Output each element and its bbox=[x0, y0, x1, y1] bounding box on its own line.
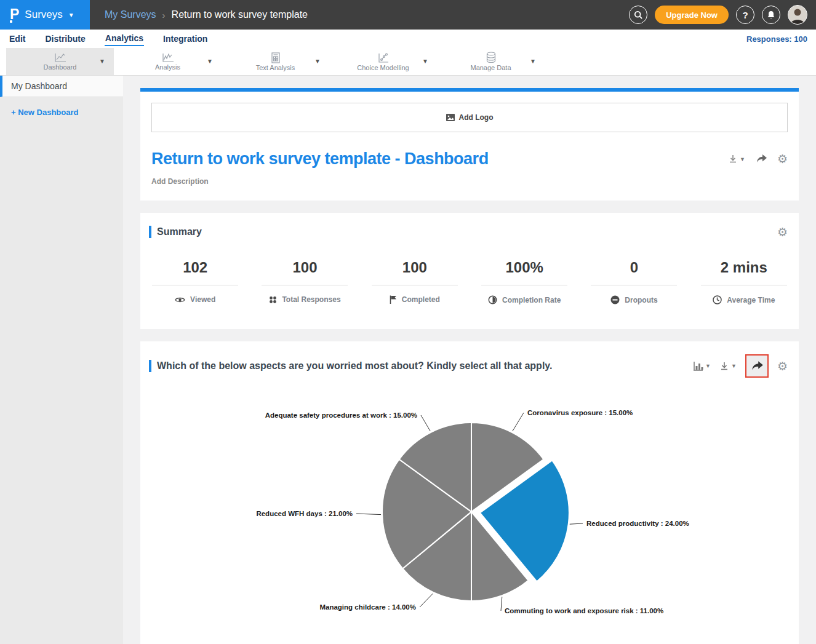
stat-average-time: 2 mins Average Time bbox=[689, 259, 799, 304]
pie-slice-label: Reduced productivity : 24.00% bbox=[586, 520, 689, 527]
breadcrumb-my-surveys[interactable]: My Surveys bbox=[105, 9, 156, 20]
toolbar-item-text-analysis[interactable]: Text Analysis ▼ bbox=[222, 48, 329, 75]
avatar-photo-icon bbox=[788, 6, 807, 24]
caret-down-icon: ▼ bbox=[731, 363, 737, 369]
pie-slice-label: Managing childcare : 14.00% bbox=[319, 603, 416, 611]
new-dashboard-button[interactable]: + New Dashboard bbox=[11, 108, 123, 117]
stat-completion-rate: 100% Completion Rate bbox=[470, 259, 579, 304]
breadcrumb-current: Return to work survey template bbox=[172, 9, 308, 20]
help-icon: ? bbox=[742, 10, 748, 20]
chart-download-button[interactable]: ▼ bbox=[719, 361, 737, 372]
tab-distribute[interactable]: Distribute bbox=[44, 32, 86, 46]
dashboard-header-card: Add Logo Return to work survey template … bbox=[140, 88, 799, 201]
stat-value: 0 bbox=[630, 259, 638, 276]
stat-value: 100% bbox=[505, 259, 543, 276]
heading-accent-bar bbox=[149, 226, 151, 238]
caret-down-icon: ▼ bbox=[740, 156, 745, 162]
bar-chart-icon bbox=[693, 361, 704, 372]
breadcrumb: My Surveys › Return to work survey templ… bbox=[90, 0, 629, 30]
stat-value: 100 bbox=[292, 259, 317, 276]
stat-label: Completed bbox=[402, 295, 440, 304]
eye-icon bbox=[175, 296, 185, 303]
help-button[interactable]: ? bbox=[736, 6, 754, 24]
caret-down-icon[interactable]: ▼ bbox=[207, 58, 213, 65]
pie-chart: Coronavirus exposure : 15.00%Reduced pro… bbox=[140, 395, 799, 641]
top-header: P Surveys ▼ My Surveys › Return to work … bbox=[0, 0, 816, 30]
toolbar-item-label: Analysis bbox=[155, 63, 180, 71]
caret-down-icon[interactable]: ▼ bbox=[314, 58, 321, 65]
analytics-toolbar: Dashboard ▼ Analysis ▼ Text Analysis ▼ C… bbox=[0, 48, 816, 76]
pie-slice-label: Commuting to work and exposure risk : 11… bbox=[505, 607, 663, 614]
toolbar-item-dashboard[interactable]: Dashboard ▼ bbox=[6, 48, 114, 75]
settings-gear-icon[interactable]: ⚙ bbox=[777, 153, 788, 165]
question-chart-card: Which of the below aspects are you worri… bbox=[140, 341, 799, 644]
pie-label-line bbox=[421, 415, 430, 431]
sidebar-item-my-dashboard[interactable]: My Dashboard bbox=[0, 76, 123, 97]
dashboard-chart-icon bbox=[54, 52, 67, 63]
toolbar-item-label: Text Analysis bbox=[256, 64, 295, 71]
question-heading: Which of the below aspects are you worri… bbox=[157, 360, 552, 372]
stat-label: Viewed bbox=[190, 295, 215, 304]
flag-icon bbox=[390, 295, 397, 304]
product-name: Surveys bbox=[25, 9, 62, 21]
summary-settings-gear-icon[interactable]: ⚙ bbox=[777, 226, 788, 238]
user-avatar[interactable] bbox=[788, 5, 807, 25]
dashboard-sidebar: My Dashboard + New Dashboard bbox=[0, 76, 123, 644]
image-icon bbox=[446, 114, 455, 121]
stat-total-responses: 100 Total Responses bbox=[250, 259, 359, 304]
pie-label-line bbox=[513, 413, 524, 431]
chart-settings-gear-icon[interactable]: ⚙ bbox=[777, 360, 788, 372]
responses-count[interactable]: Responses: 100 bbox=[746, 34, 807, 44]
toolbar-item-analysis[interactable]: Analysis ▼ bbox=[114, 48, 222, 75]
download-button[interactable]: ▼ bbox=[728, 154, 745, 164]
heading-accent-bar bbox=[149, 360, 151, 372]
upgrade-now-button[interactable]: Upgrade Now bbox=[655, 6, 729, 24]
pie-label-line bbox=[420, 594, 433, 607]
notifications-button[interactable] bbox=[762, 6, 780, 24]
stat-value: 2 mins bbox=[721, 259, 767, 276]
search-icon bbox=[634, 10, 643, 20]
stat-dropouts: 0 Dropouts bbox=[579, 259, 689, 304]
chart-share-button-highlighted[interactable] bbox=[745, 354, 769, 378]
questionpro-logo-icon: P bbox=[10, 7, 19, 22]
download-icon bbox=[719, 361, 730, 372]
pie-slice-label: Adequate safety procedures at work : 15.… bbox=[265, 411, 417, 419]
pie-label-line bbox=[356, 514, 381, 515]
share-icon bbox=[750, 360, 764, 372]
toolbar-item-choice-modelling[interactable]: Choice Modelling ▼ bbox=[329, 48, 437, 75]
app-switcher[interactable]: P Surveys ▼ bbox=[0, 0, 90, 30]
summary-card: Summary ⚙ 102 Viewed 100 T bbox=[140, 213, 799, 329]
stat-completed: 100 Completed bbox=[360, 259, 470, 304]
tab-edit[interactable]: Edit bbox=[9, 32, 26, 46]
database-icon bbox=[486, 52, 497, 63]
stat-viewed: 102 Viewed bbox=[140, 259, 250, 304]
caret-down-icon[interactable]: ▼ bbox=[422, 58, 428, 65]
half-circle-icon bbox=[488, 295, 497, 304]
dashboard-title[interactable]: Return to work survey template - Dashboa… bbox=[151, 149, 489, 169]
stat-label: Average Time bbox=[727, 296, 775, 304]
toolbar-item-label: Choice Modelling bbox=[357, 64, 409, 71]
tab-integration[interactable]: Integration bbox=[162, 32, 208, 46]
dashboard-main: Add Logo Return to work survey template … bbox=[123, 76, 816, 644]
minus-circle-icon bbox=[610, 295, 620, 304]
search-button[interactable] bbox=[629, 6, 647, 24]
add-description-button[interactable]: Add Description bbox=[140, 169, 799, 186]
caret-down-icon: ▼ bbox=[705, 363, 711, 369]
share-icon bbox=[755, 154, 767, 164]
bell-icon bbox=[767, 10, 775, 20]
sidebar-item-label: My Dashboard bbox=[11, 81, 67, 91]
stat-label: Dropouts bbox=[625, 296, 657, 304]
breadcrumb-separator-icon: › bbox=[162, 10, 166, 20]
summary-stats: 102 Viewed 100 Total Responses bbox=[140, 238, 799, 329]
chart-type-button[interactable]: ▼ bbox=[693, 361, 711, 372]
toolbar-item-manage-data[interactable]: Manage Data ▼ bbox=[437, 48, 545, 75]
share-button[interactable] bbox=[755, 154, 767, 164]
chevron-down-icon: ▼ bbox=[68, 12, 74, 18]
caret-down-icon[interactable]: ▼ bbox=[530, 58, 536, 65]
clock-icon bbox=[713, 295, 722, 304]
tab-analytics[interactable]: Analytics bbox=[105, 31, 144, 46]
analysis-chart-icon bbox=[161, 52, 175, 63]
pie-slice-label: Reduced WFH days : 21.00% bbox=[256, 510, 353, 517]
add-logo-button[interactable]: Add Logo bbox=[151, 103, 788, 132]
caret-down-icon[interactable]: ▼ bbox=[99, 58, 105, 65]
